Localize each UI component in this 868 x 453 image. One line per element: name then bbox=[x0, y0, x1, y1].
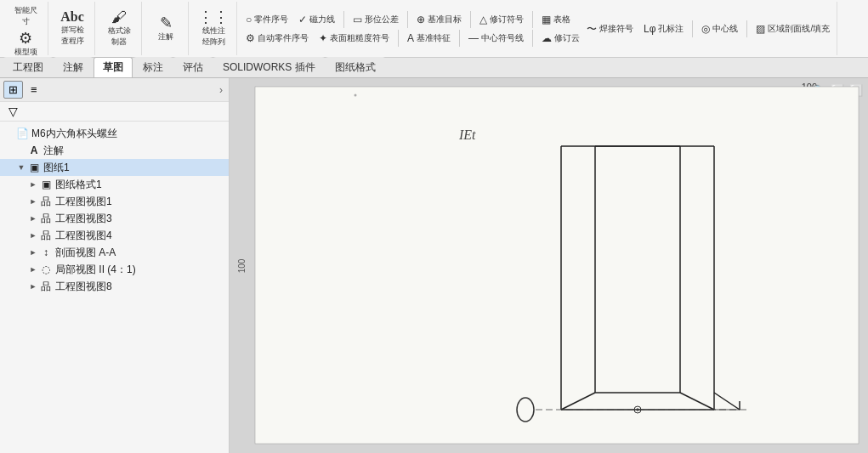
tree-icon-view1: 品 bbox=[39, 195, 53, 208]
tree-area: 📄 M6内六角杯头螺丝 A 注解 ▼ ▣ 图纸1 ► ▣ 图纸格式1 bbox=[0, 122, 229, 453]
centerline-button[interactable]: — 中心符号线 bbox=[465, 30, 527, 47]
svg-rect-0 bbox=[255, 87, 859, 444]
weld-symbol-icon: ✦ bbox=[319, 32, 327, 44]
tree-icon-format1: ▣ bbox=[39, 178, 53, 191]
note-icon: ✎ bbox=[160, 15, 173, 31]
auto-part-number-label: 自动零件序号 bbox=[258, 32, 309, 44]
tree-item-detail[interactable]: ► ◌ 局部视图 II (4：1) bbox=[0, 261, 229, 278]
tab-annotate[interactable]: 注解 bbox=[54, 57, 93, 77]
tree-item-section[interactable]: ► ↕ 剖面视图 A-A bbox=[0, 244, 229, 261]
tree-expand-detail[interactable]: ► bbox=[27, 263, 39, 275]
part-number-label: 零件序号 bbox=[254, 14, 288, 25]
canvas-area[interactable]: 100 🔍 ⬜ ⬜ 100 IEt bbox=[230, 78, 868, 453]
weld-symbol-button[interactable]: ✦ 表面粗糙度符号 bbox=[315, 30, 393, 47]
table-icon: ▦ bbox=[542, 14, 551, 25]
datum-target-button[interactable]: ◎ 中心线 bbox=[698, 20, 741, 37]
weld-symbol-label: 表面粗糙度符号 bbox=[330, 32, 389, 44]
tree-expand-view3[interactable]: ► bbox=[27, 212, 39, 224]
tab-sketch[interactable]: 草图 bbox=[94, 57, 133, 77]
datum-feature-button[interactable]: A 基准特征 bbox=[404, 30, 454, 47]
tree-expand-view1[interactable]: ► bbox=[27, 195, 39, 207]
tree-label-section: 剖面视图 A-A bbox=[55, 246, 116, 260]
tree-item-view3[interactable]: ► 品 工程图视图3 bbox=[0, 210, 229, 227]
tree-label-root: M6内六角杯头螺丝 bbox=[31, 127, 117, 141]
tab-solidworks-plugin[interactable]: SOLIDWORKS 插件 bbox=[213, 57, 325, 77]
datum-feature-icon: A bbox=[407, 32, 414, 44]
hole-callout-button[interactable]: Lφ 孔标注 bbox=[640, 20, 687, 37]
auto-part-number-icon: ⚙ bbox=[246, 32, 255, 44]
centerline-icon: — bbox=[468, 32, 479, 44]
datum-target-label: 中心线 bbox=[712, 23, 738, 35]
hatch-button[interactable]: ▨ 区域剖面线/填充 bbox=[752, 20, 833, 37]
tree-label-view8: 工程图视图8 bbox=[55, 280, 112, 294]
centerline-label: 中心符号线 bbox=[481, 32, 524, 44]
tree-item-format1[interactable]: ► ▣ 图纸格式1 bbox=[0, 176, 229, 193]
surface-roughness-icon: ✓ bbox=[298, 14, 307, 25]
panel-view2-button[interactable]: ≡ bbox=[26, 81, 43, 99]
tool-group-linear: ⋮⋮ 线性注经阵列 bbox=[190, 2, 237, 55]
tree-icon-annotation: A bbox=[27, 144, 41, 157]
revision-symbol-icon: △ bbox=[479, 14, 487, 25]
tree-label-view1: 工程图视图1 bbox=[55, 195, 112, 209]
tool-group-smart: ↔ 智能尺寸 ⚙ 模型项目 bbox=[3, 2, 48, 55]
magnetic-line-button[interactable]: 〜 焊接符号 bbox=[583, 20, 637, 37]
revision-cloud-button[interactable]: ☁ 修订云 bbox=[538, 30, 583, 47]
tree-label-view3: 工程图视图3 bbox=[55, 212, 112, 226]
revision-cloud-icon: ☁ bbox=[542, 32, 552, 44]
note-button[interactable]: ✎ 注解 bbox=[149, 14, 183, 44]
tree-label-view4: 工程图视图4 bbox=[55, 229, 112, 243]
smart-dim-button[interactable]: ↔ 智能尺寸 bbox=[9, 0, 43, 29]
datum-feature-label: 基准特征 bbox=[417, 32, 451, 44]
center-symbol-label: 基准目标 bbox=[428, 14, 462, 25]
filter-icon[interactable]: ▽ bbox=[5, 103, 21, 120]
tree-item-view1[interactable]: ► 品 工程图视图1 bbox=[0, 193, 229, 210]
spell-check-button[interactable]: Abc 拼写检查程序 bbox=[55, 8, 89, 48]
smart-dim-icon: ↔ bbox=[18, 0, 33, 4]
tree-item-view4[interactable]: ► 品 工程图视图4 bbox=[0, 227, 229, 244]
table-button[interactable]: ▦ 表格 bbox=[538, 11, 574, 28]
revision-symbol-label: 修订符号 bbox=[490, 14, 524, 25]
hatch-icon: ▨ bbox=[756, 23, 765, 35]
linear-pattern-button[interactable]: ⋮⋮ 线性注经阵列 bbox=[196, 8, 231, 49]
format-painter-button[interactable]: 🖌 格式涂制器 bbox=[102, 8, 136, 49]
tab-evaluate[interactable]: 评估 bbox=[173, 57, 213, 77]
smart-dim-label: 智能尺寸 bbox=[14, 5, 37, 27]
model-item-icon: ⚙ bbox=[19, 31, 32, 46]
center-symbol-icon: ⊕ bbox=[417, 14, 425, 25]
tree-expand-annotation[interactable] bbox=[15, 144, 27, 156]
spell-check-label: 拼写检查程序 bbox=[61, 25, 84, 47]
tree-label-detail: 局部视图 II (4：1) bbox=[55, 263, 136, 277]
linear-pattern-icon: ⋮⋮ bbox=[198, 9, 229, 25]
format-painter-icon: 🖌 bbox=[111, 9, 127, 25]
tree-expand-section[interactable]: ► bbox=[27, 246, 39, 258]
tree-item-view8[interactable]: ► 品 工程图视图8 bbox=[0, 278, 229, 295]
tree-item-sheet1[interactable]: ▼ ▣ 图纸1 bbox=[0, 159, 229, 176]
toolbar: ↔ 智能尺寸 ⚙ 模型项目 Abc 拼写检查程序 🖌 格式涂制器 ✎ 注解 ⋮⋮… bbox=[0, 0, 868, 58]
gdt-button[interactable]: ▭ 形位公差 bbox=[349, 11, 402, 28]
tree-item-annotation[interactable]: A 注解 bbox=[0, 142, 229, 159]
gdt-label: 形位公差 bbox=[365, 14, 399, 25]
tree-expand-view4[interactable]: ► bbox=[27, 229, 39, 241]
tree-label-format1: 图纸格式1 bbox=[55, 178, 102, 192]
panel-collapse-button[interactable]: › bbox=[217, 84, 225, 96]
tab-drawing-format[interactable]: 图纸格式 bbox=[326, 57, 385, 77]
magnetic-line-label: 焊接符号 bbox=[599, 23, 633, 35]
svg-point-1 bbox=[355, 94, 357, 97]
center-symbol-button[interactable]: ⊕ 基准目标 bbox=[413, 11, 465, 28]
tab-engineering[interactable]: 工程图 bbox=[3, 57, 53, 77]
filter-bar: ▽ bbox=[0, 102, 229, 122]
tree-icon-detail: ◌ bbox=[39, 263, 53, 276]
panel-view1-button[interactable]: ⊞ bbox=[3, 81, 23, 99]
datum-target-icon: ◎ bbox=[701, 23, 710, 35]
part-number-button[interactable]: ○ 零件序号 bbox=[242, 11, 292, 28]
revision-symbol-button[interactable]: △ 修订符号 bbox=[476, 11, 527, 28]
tree-expand-view8[interactable]: ► bbox=[27, 280, 39, 292]
surface-roughness-button[interactable]: ✓ 磁力线 bbox=[295, 11, 338, 28]
tree-expand-sheet1[interactable]: ▼ bbox=[15, 161, 27, 173]
tab-markup[interactable]: 标注 bbox=[133, 57, 173, 77]
tree-expand-root[interactable] bbox=[3, 127, 15, 139]
tree-item-root[interactable]: 📄 M6内六角杯头螺丝 bbox=[0, 125, 229, 142]
tree-expand-format1[interactable]: ► bbox=[27, 178, 39, 190]
svg-text:IEt: IEt bbox=[458, 127, 476, 142]
auto-part-number-button[interactable]: ⚙ 自动零件序号 bbox=[242, 30, 312, 47]
